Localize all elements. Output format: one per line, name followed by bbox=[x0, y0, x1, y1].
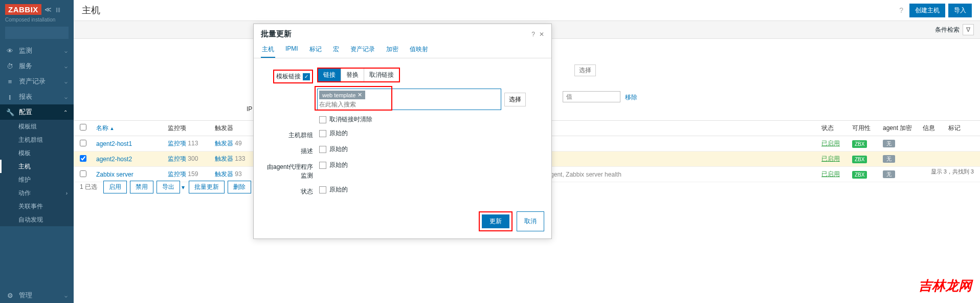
row-checkbox[interactable] bbox=[80, 140, 86, 146]
row-value: 原始的 bbox=[329, 185, 348, 194]
tab-macros[interactable]: 宏 bbox=[332, 42, 340, 58]
value-input[interactable] bbox=[563, 91, 620, 102]
enable-button[interactable]: 启用 bbox=[103, 181, 127, 193]
sidebar-header: ZABBIX ≪ ⫼ Composed installation 🔍 bbox=[0, 0, 74, 43]
row-checkbox[interactable] bbox=[319, 146, 326, 153]
template-link-label-wrap: 模板链接 bbox=[273, 70, 313, 83]
result-summary: 显示 3，共找到 3 bbox=[931, 168, 980, 176]
help-icon[interactable]: ? bbox=[531, 31, 535, 38]
modal-title: 批量更新 bbox=[261, 29, 292, 39]
sidebar-item-admin[interactable]: ⚙管理⌵ bbox=[0, 288, 74, 303]
template-link-checkbox[interactable] bbox=[303, 73, 310, 80]
row-checkbox[interactable] bbox=[80, 155, 86, 162]
triggers-link[interactable]: 触发器 bbox=[215, 140, 233, 147]
triggers-link[interactable]: 触发器 bbox=[215, 155, 233, 162]
tab-valuemap[interactable]: 值映射 bbox=[409, 42, 429, 58]
help-icon[interactable]: ? bbox=[896, 6, 906, 14]
install-subtitle: Composed installation bbox=[5, 17, 69, 23]
chevron-down-icon: ⌵ bbox=[64, 94, 68, 100]
cancel-button[interactable]: 取消 bbox=[517, 211, 544, 231]
status-link[interactable]: 已启用 bbox=[821, 155, 840, 162]
row-checkbox[interactable] bbox=[319, 162, 326, 169]
select-template-button[interactable]: 选择 bbox=[504, 93, 526, 106]
host-link[interactable]: agent2-host1 bbox=[96, 140, 132, 147]
tag-remove-icon[interactable]: ✕ bbox=[358, 92, 362, 98]
sidebar-label: 配置 bbox=[19, 107, 32, 117]
row-checkbox[interactable] bbox=[319, 130, 326, 137]
titlebar: 主机 ? 创建主机 导入 bbox=[74, 0, 980, 20]
tab-tags[interactable]: 标记 bbox=[308, 42, 323, 58]
modal-footer: 更新 取消 bbox=[254, 207, 551, 239]
filter-ip-label: IP bbox=[247, 105, 252, 113]
import-button[interactable]: 导入 bbox=[948, 4, 972, 17]
wrench-icon: 🔧 bbox=[6, 109, 14, 116]
seg-link[interactable]: 链接 bbox=[318, 69, 341, 81]
export-button[interactable]: 导出 bbox=[157, 181, 180, 193]
col-items[interactable]: 监控项 bbox=[168, 124, 215, 133]
row-checkbox[interactable] bbox=[319, 186, 326, 193]
sidebar-search[interactable]: 🔍 bbox=[5, 27, 69, 39]
create-host-button[interactable]: 创建主机 bbox=[909, 4, 945, 17]
sidebar-sub-correlation[interactable]: 关联事件 bbox=[0, 200, 74, 213]
row-value: 原始的 bbox=[329, 129, 348, 138]
items-link[interactable]: 监控项 bbox=[168, 140, 186, 147]
row-value: 原始的 bbox=[329, 145, 348, 154]
template-tag: web template✕ bbox=[319, 91, 365, 99]
remove-link[interactable]: 移除 bbox=[625, 93, 637, 102]
update-button[interactable]: 更新 bbox=[482, 214, 509, 228]
sidebar-sub-template-groups[interactable]: 模板组 bbox=[0, 120, 74, 133]
sidebar-sub-discovery[interactable]: 自动发现 bbox=[0, 213, 74, 226]
status-link[interactable]: 已启用 bbox=[821, 140, 840, 147]
sidebar-menu: 👁监测⌵ ⏱服务⌵ ≡资产记录⌵ ⫿报表⌵ 🔧配置⌃ 模板组 主机群组 模板 主… bbox=[0, 43, 74, 288]
disable-button[interactable]: 禁用 bbox=[130, 181, 153, 193]
filter-label[interactable]: 条件检索 bbox=[935, 26, 960, 34]
seg-replace[interactable]: 替换 bbox=[341, 69, 364, 81]
chevron-down-icon: ⌵ bbox=[64, 63, 68, 69]
sidebar-sub-actions[interactable]: 动作› bbox=[0, 186, 74, 200]
modal-body: 模板链接 链接 替换 取消链接 web template✕ bbox=[254, 58, 551, 207]
chevron-down-icon: ⌵ bbox=[64, 79, 68, 84]
sidebar-sub-maintenance[interactable]: 维护 bbox=[0, 173, 74, 186]
sidebar-label: 管理 bbox=[19, 291, 32, 300]
export-dropdown-icon[interactable]: ▾ bbox=[182, 184, 185, 191]
template-tag-input[interactable]: web template✕ bbox=[317, 89, 501, 110]
sidebar-item-services[interactable]: ⏱服务⌵ bbox=[0, 58, 74, 74]
tab-host[interactable]: 主机 bbox=[261, 42, 275, 58]
items-link[interactable]: 监控项 bbox=[168, 155, 186, 162]
filter-icon[interactable]: ∇ bbox=[963, 24, 974, 35]
tab-encryption[interactable]: 加密 bbox=[385, 42, 399, 58]
chevron-down-icon: ⌵ bbox=[64, 48, 68, 54]
col-status[interactable]: 状态 bbox=[821, 124, 852, 133]
row-label: 主机群组 bbox=[261, 129, 317, 140]
clear-on-unlink-checkbox[interactable] bbox=[319, 116, 326, 123]
sidebar-item-reports[interactable]: ⫿报表⌵ bbox=[0, 89, 74, 104]
sidebar-sub-hosts[interactable]: 主机 bbox=[0, 160, 74, 173]
select-button[interactable]: 选择 bbox=[574, 64, 596, 76]
menu-icon[interactable]: ⫼ bbox=[55, 6, 61, 13]
page-title: 主机 bbox=[82, 4, 100, 16]
sidebar-item-configuration[interactable]: 🔧配置⌃ bbox=[0, 104, 74, 120]
tab-inventory[interactable]: 资产记录 bbox=[349, 42, 376, 58]
seg-unlink[interactable]: 取消链接 bbox=[364, 69, 399, 81]
collapse-icon[interactable]: ≪ bbox=[44, 6, 52, 13]
delete-button[interactable]: 删除 bbox=[228, 181, 251, 193]
sidebar-sub-host-groups[interactable]: 主机群组 bbox=[0, 133, 74, 146]
sidebar-label: 监测 bbox=[19, 46, 32, 55]
sidebar: ZABBIX ≪ ⫼ Composed installation 🔍 👁监测⌵ … bbox=[0, 0, 74, 303]
row-label: 状态 bbox=[261, 185, 317, 196]
mass-update-button[interactable]: 批量更新 bbox=[189, 181, 225, 193]
logo[interactable]: ZABBIX bbox=[5, 4, 41, 15]
sidebar-item-inventory[interactable]: ≡资产记录⌵ bbox=[0, 74, 74, 89]
template-link-label: 模板链接 bbox=[276, 72, 301, 81]
tab-ipmi[interactable]: IPMI bbox=[284, 42, 299, 58]
select-all-checkbox[interactable] bbox=[80, 124, 86, 131]
gear-icon: ⚙ bbox=[6, 292, 14, 299]
config-submenu: 模板组 主机群组 模板 主机 维护 动作› 关联事件 自动发现 bbox=[0, 120, 74, 226]
col-name[interactable]: 名称 bbox=[96, 124, 168, 133]
sidebar-sub-templates[interactable]: 模板 bbox=[0, 146, 74, 160]
sidebar-item-monitoring[interactable]: 👁监测⌵ bbox=[0, 43, 74, 58]
close-icon[interactable]: ✕ bbox=[539, 31, 544, 38]
chevron-down-icon: ⌵ bbox=[64, 293, 68, 298]
template-search-input[interactable] bbox=[319, 101, 499, 108]
host-link[interactable]: agent2-host2 bbox=[96, 156, 132, 163]
